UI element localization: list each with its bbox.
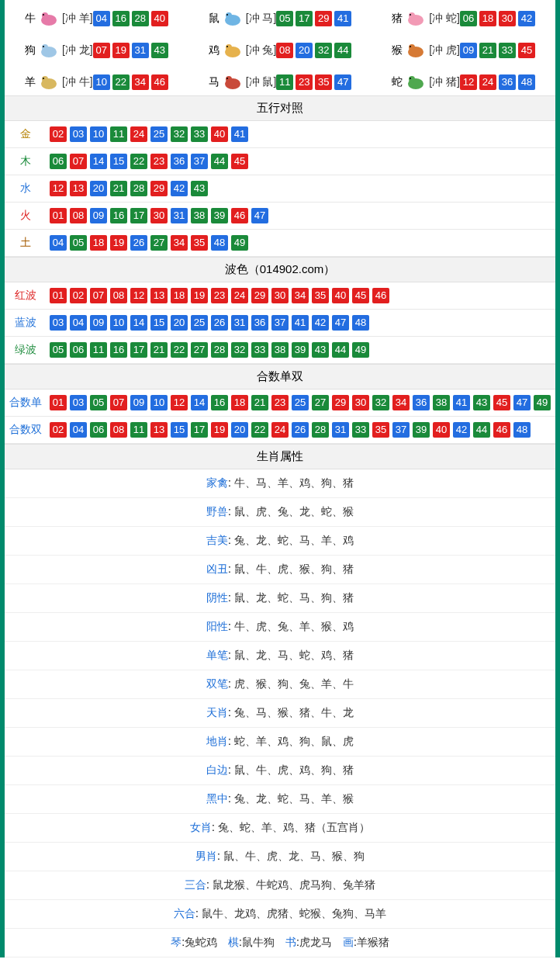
number-chip: 43 bbox=[473, 395, 490, 410]
number-chip: 32 bbox=[171, 126, 188, 142]
attr-row: 白边: 鼠、牛、虎、鸡、狗、猪 bbox=[5, 757, 555, 785]
attr-value: 鼠、虎、兔、龙、蛇、猴 bbox=[234, 505, 354, 518]
attr-value: 鼠、龙、蛇、马、狗、猪 bbox=[234, 591, 354, 604]
attr-row: 单笔: 鼠、龙、马、蛇、鸡、猪 bbox=[5, 642, 555, 670]
number-chip: 33 bbox=[191, 126, 208, 142]
number-chip: 14 bbox=[130, 315, 147, 331]
number-chip: 32 bbox=[231, 342, 248, 358]
zodiac-grid: 牛[冲 羊]04162840鼠[冲 马]05172941猪[冲 蛇]061830… bbox=[5, 0, 555, 95]
attr-value: 牛、虎、兔、羊、猴、鸡 bbox=[234, 620, 354, 632]
number-chip: 17 bbox=[296, 11, 313, 26]
number-chip: 12 bbox=[171, 395, 188, 410]
zodiac-numbers: 08203244 bbox=[276, 43, 351, 58]
zodiac-cell-snake: 蛇[冲 猪]12243648 bbox=[372, 64, 555, 95]
number-chip: 42 bbox=[453, 422, 470, 438]
number-chip: 18 bbox=[171, 288, 188, 303]
number-chip: 43 bbox=[312, 342, 329, 358]
number-chip: 10 bbox=[150, 395, 168, 410]
number-chip: 06 bbox=[90, 422, 107, 438]
number-chip: 33 bbox=[352, 422, 369, 438]
row-label: 金 bbox=[5, 121, 47, 147]
number-chip: 06 bbox=[70, 342, 87, 358]
zodiac-conflict: [冲 龙] bbox=[62, 43, 93, 57]
number-chip: 46 bbox=[493, 422, 510, 438]
number-chip: 08 bbox=[110, 288, 127, 303]
svg-point-13 bbox=[226, 44, 232, 50]
number-chip: 29 bbox=[251, 288, 268, 303]
zodiac-numbers: 12243648 bbox=[460, 74, 535, 90]
svg-point-1 bbox=[42, 12, 48, 19]
number-chip: 03 bbox=[70, 126, 87, 142]
number-chip: 44 bbox=[211, 154, 228, 169]
number-chip: 35 bbox=[372, 422, 389, 438]
number-chip: 13 bbox=[150, 288, 168, 303]
number-chip: 27 bbox=[150, 235, 168, 251]
attr-key: 单笔 bbox=[206, 649, 228, 661]
zodiac-cell-rooster: 鸡[冲 兔]08203244 bbox=[188, 32, 372, 64]
svg-point-7 bbox=[409, 12, 415, 19]
number-chip: 25 bbox=[292, 395, 309, 410]
zodiac-conflict: [冲 猪] bbox=[429, 75, 460, 89]
attr-key: 家禽 bbox=[206, 476, 228, 489]
attr-key: 棋 bbox=[228, 936, 239, 948]
row-label: 水 bbox=[5, 175, 47, 202]
zodiac-title: 猪[冲 蛇] bbox=[392, 10, 460, 27]
number-chip: 15 bbox=[110, 154, 127, 169]
number-chip: 41 bbox=[292, 315, 309, 331]
svg-point-26 bbox=[410, 78, 411, 79]
attr-value: 鼠、牛、虎、龙、马、猴、狗 bbox=[223, 850, 365, 862]
attr-value: 牛、马、羊、鸡、狗、猪 bbox=[234, 476, 354, 489]
svg-point-16 bbox=[409, 44, 415, 50]
number-chip: 17 bbox=[191, 422, 208, 438]
number-chip: 05 bbox=[276, 11, 293, 26]
attr-row: 阴性: 鼠、龙、蛇、马、狗、猪 bbox=[5, 584, 555, 613]
number-chip: 40 bbox=[211, 126, 228, 142]
zodiac-conflict: [冲 兔] bbox=[246, 43, 277, 57]
zodiac-cell-monkey: 猴[冲 虎]09213345 bbox=[372, 32, 555, 64]
heshu-table: 合数单0103050709101214161821232527293032343… bbox=[5, 390, 555, 444]
attr-row: 地肖: 蛇、羊、鸡、狗、鼠、虎 bbox=[5, 728, 555, 757]
attr-key: 男肖 bbox=[195, 850, 217, 862]
zodiac-cell-ox: 牛[冲 羊]04162840 bbox=[5, 0, 188, 32]
number-chip: 40 bbox=[433, 422, 450, 438]
zodiac-numbers: 10223446 bbox=[93, 74, 168, 90]
zodiac-title: 牛[冲 羊] bbox=[25, 10, 93, 27]
number-chip: 29 bbox=[150, 181, 168, 196]
attr-row: 天肖: 兔、马、猴、猪、牛、龙 bbox=[5, 699, 555, 728]
number-chip: 08 bbox=[276, 43, 293, 58]
number-chip: 37 bbox=[271, 315, 289, 331]
number-chip: 04 bbox=[93, 11, 110, 26]
zodiac-conflict: [冲 鼠] bbox=[246, 75, 277, 89]
number-chip: 32 bbox=[315, 43, 332, 58]
number-chip: 04 bbox=[70, 422, 87, 438]
number-chip: 44 bbox=[332, 342, 349, 358]
number-chip: 01 bbox=[50, 208, 67, 223]
number-chip: 07 bbox=[110, 395, 127, 410]
number-chip: 34 bbox=[392, 395, 410, 410]
number-chip: 28 bbox=[132, 11, 149, 26]
zodiac-cell-rat: 鼠[冲 马]05172941 bbox=[188, 0, 372, 32]
number-chip: 36 bbox=[499, 74, 516, 90]
row-label: 合数双 bbox=[5, 417, 47, 443]
zodiac-conflict: [冲 虎] bbox=[429, 43, 460, 57]
attr-value: 鼠龙猴、牛蛇鸡、虎马狗、兔羊猪 bbox=[213, 878, 375, 891]
row-numbers: 04051819262734354849 bbox=[47, 230, 555, 255]
rat-icon bbox=[221, 10, 244, 27]
number-chip: 45 bbox=[231, 154, 248, 169]
number-chip: 41 bbox=[231, 126, 248, 142]
zodiac-conflict: [冲 蛇] bbox=[429, 12, 460, 26]
number-chip: 36 bbox=[413, 395, 430, 410]
ox-icon bbox=[37, 10, 60, 27]
dog-icon bbox=[37, 42, 60, 59]
number-chip: 16 bbox=[110, 208, 127, 223]
svg-point-25 bbox=[409, 76, 415, 82]
table-row: 蓝波03040910141520252631363741424748 bbox=[5, 310, 555, 337]
table-row: 火0108091617303138394647 bbox=[5, 203, 555, 230]
number-chip: 40 bbox=[332, 288, 349, 303]
number-chip: 35 bbox=[315, 74, 332, 90]
zodiac-numbers: 06183042 bbox=[460, 11, 535, 26]
number-chip: 13 bbox=[150, 422, 168, 438]
attr-value: 鼠、龙、马、蛇、鸡、猪 bbox=[234, 649, 354, 661]
attr-row: 阳性: 牛、虎、兔、羊、猴、鸡 bbox=[5, 613, 555, 642]
number-chip: 21 bbox=[251, 395, 268, 410]
